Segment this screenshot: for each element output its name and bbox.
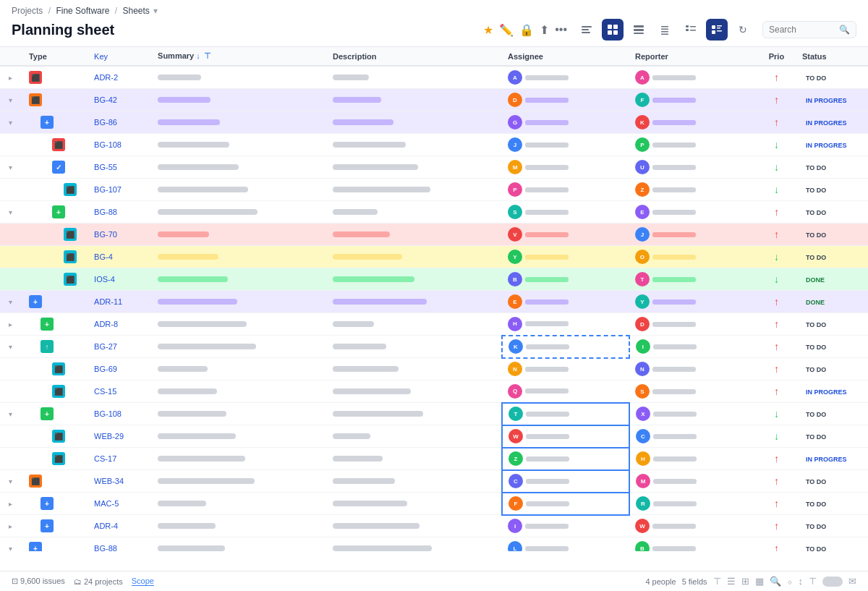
reporter-cell[interactable]: D — [629, 313, 757, 336]
expand-button[interactable]: ▾ — [6, 476, 15, 487]
expand-cell[interactable] — [0, 358, 23, 380]
table-icon[interactable] — [602, 19, 624, 41]
summary-cell[interactable] — [152, 134, 327, 156]
reporter-cell[interactable]: U — [629, 156, 757, 179]
group-icon[interactable] — [576, 19, 597, 41]
priority-cell[interactable]: ↑ — [757, 470, 796, 493]
status-cell[interactable]: TO DO — [796, 470, 868, 493]
key-cell[interactable]: BG-55 — [88, 156, 152, 179]
status-cell[interactable]: TO DO — [796, 224, 868, 246]
expand-button[interactable]: ▸ — [6, 521, 15, 532]
list-icon[interactable] — [654, 19, 676, 41]
status-cell[interactable]: TO DO — [796, 246, 868, 268]
description-cell[interactable] — [327, 448, 502, 470]
col-reporter-header[interactable]: Reporter — [629, 47, 757, 66]
assignee-cell[interactable]: T — [502, 403, 629, 425]
reporter-cell[interactable]: E — [629, 201, 757, 224]
key-cell[interactable]: CS-17 — [88, 448, 152, 470]
status-cell[interactable]: IN PROGRES — [796, 380, 868, 403]
assignee-cell[interactable]: C — [502, 470, 629, 493]
col-assignee-header[interactable]: Assignee — [502, 47, 629, 66]
assignee-cell[interactable]: G — [502, 111, 629, 134]
priority-cell[interactable]: ↑ — [757, 291, 796, 313]
priority-cell[interactable]: ↓ — [757, 134, 796, 156]
status-cell[interactable]: TO DO — [796, 179, 868, 201]
summary-cell[interactable] — [152, 268, 327, 291]
key-cell[interactable]: BG-108 — [88, 403, 152, 425]
status-cell[interactable]: TO DO — [796, 515, 868, 537]
expand-button[interactable]: ▸ — [6, 319, 15, 330]
expand-button[interactable]: ▾ — [6, 207, 15, 218]
summary-cell[interactable] — [152, 515, 327, 537]
status-cell[interactable]: IN PROGRES — [796, 448, 868, 470]
assignee-cell[interactable]: N — [502, 358, 629, 380]
description-cell[interactable] — [327, 268, 502, 291]
col-summary-header[interactable]: Summary ↓ ⊤ — [152, 47, 327, 66]
expand-cell[interactable] — [0, 448, 23, 470]
expand-button[interactable]: ▾ — [6, 341, 15, 352]
expand-cell[interactable]: ▾ — [0, 156, 23, 179]
description-cell[interactable] — [327, 313, 502, 336]
reporter-cell[interactable]: X — [629, 403, 757, 425]
reporter-cell[interactable]: B — [629, 537, 757, 552]
priority-cell[interactable]: ↑ — [757, 313, 796, 336]
reporter-cell[interactable]: N — [629, 358, 757, 380]
reporter-cell[interactable]: A — [629, 66, 757, 89]
key-cell[interactable]: BG-69 — [88, 358, 152, 380]
priority-cell[interactable]: ↑ — [757, 111, 796, 134]
share-icon[interactable]: ⬆ — [540, 23, 549, 37]
description-cell[interactable] — [327, 336, 502, 358]
expand-cell[interactable]: ▾ — [0, 403, 23, 425]
status-cell[interactable]: TO DO — [796, 358, 868, 380]
priority-cell[interactable]: ↑ — [757, 358, 796, 380]
expand-cell[interactable]: ▸ — [0, 493, 23, 515]
expand-cell[interactable] — [0, 134, 23, 156]
expand-cell[interactable] — [0, 246, 23, 268]
status-cell[interactable]: TO DO — [796, 425, 868, 448]
description-cell[interactable] — [327, 111, 502, 134]
expand-cell[interactable]: ▾ — [0, 537, 23, 552]
key-cell[interactable]: BG-107 — [88, 179, 152, 201]
description-cell[interactable] — [327, 66, 502, 89]
reporter-cell[interactable]: H — [629, 448, 757, 470]
expand-cell[interactable] — [0, 179, 23, 201]
expand-cell[interactable]: ▾ — [0, 336, 23, 358]
reporter-cell[interactable]: W — [629, 515, 757, 537]
key-cell[interactable]: BG-42 — [88, 89, 152, 111]
key-cell[interactable]: BG-88 — [88, 201, 152, 224]
assignee-cell[interactable]: E — [502, 291, 629, 313]
summary-cell[interactable] — [152, 470, 327, 493]
priority-cell[interactable]: ↑ — [757, 515, 796, 537]
priority-cell[interactable]: ↑ — [757, 493, 796, 515]
status-cell[interactable]: TO DO — [796, 66, 868, 89]
priority-cell[interactable]: ↑ — [757, 66, 796, 89]
description-cell[interactable] — [327, 380, 502, 403]
description-cell[interactable] — [327, 134, 502, 156]
summary-cell[interactable] — [152, 336, 327, 358]
col-prio-header[interactable]: Prio — [757, 47, 796, 66]
expand-cell[interactable]: ▾ — [0, 89, 23, 111]
refresh-icon[interactable]: ↻ — [732, 19, 754, 41]
status-cell[interactable]: IN PROGRES — [796, 134, 868, 156]
status-cell[interactable]: TO DO — [796, 336, 868, 358]
search-box[interactable]: 🔍 — [762, 21, 856, 38]
reporter-cell[interactable]: S — [629, 380, 757, 403]
search-input[interactable] — [769, 25, 839, 35]
expand-cell[interactable] — [0, 268, 23, 291]
key-cell[interactable]: BG-108 — [88, 134, 152, 156]
expand-button[interactable]: ▾ — [6, 162, 15, 173]
priority-cell[interactable]: ↓ — [757, 179, 796, 201]
status-cell[interactable]: TO DO — [796, 493, 868, 515]
expand-button[interactable]: ▸ — [6, 72, 15, 83]
description-cell[interactable] — [327, 493, 502, 515]
assignee-cell[interactable]: I — [502, 515, 629, 537]
assignee-cell[interactable]: V — [502, 224, 629, 246]
key-cell[interactable]: ADR-8 — [88, 313, 152, 336]
assignee-cell[interactable]: Q — [502, 380, 629, 403]
reporter-cell[interactable]: Z — [629, 179, 757, 201]
assignee-cell[interactable]: W — [502, 425, 629, 448]
expand-button[interactable]: ▾ — [6, 297, 15, 307]
filter-icon[interactable]: ⊤ — [204, 51, 211, 60]
summary-cell[interactable] — [152, 291, 327, 313]
status-cell[interactable]: IN PROGRES — [796, 89, 868, 111]
